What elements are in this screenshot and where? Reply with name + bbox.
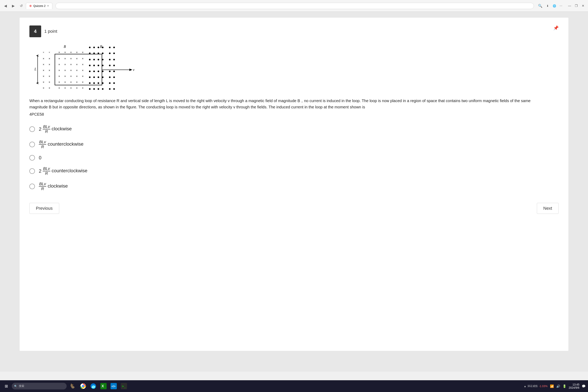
svg-text:×: × [58,51,60,54]
previous-button[interactable]: Previous [30,203,59,214]
coeff-a: 2 [39,126,41,132]
browser-tab[interactable]: ❋ Quizzes 2 ✕ [26,3,52,9]
download-button[interactable]: ⬇ [545,3,550,8]
back-button[interactable]: ◀ [2,3,8,9]
svg-text:v: v [133,68,134,72]
svg-text:×: × [64,86,66,90]
option-a[interactable]: 2 BLv R clockwise [30,124,558,134]
taskbar-search-box[interactable]: 🔍 搜索 [12,383,67,390]
svg-point-91 [93,88,95,90]
svg-text:×: × [76,63,78,66]
svg-point-71 [93,76,95,78]
taskbar-right: ▲ 深证成指 -1.03% 📶 🔊 🔋 13:45 2024/9/6 💬 [524,383,586,389]
svg-point-94 [109,88,110,90]
taskbar-terminal-app[interactable]: >_ [119,382,128,391]
svg-text:X: X [102,384,104,388]
denom-d: R [43,171,50,176]
taskbar-vscode-app[interactable]: </> [109,382,118,391]
minimize-button[interactable]: — [567,3,572,8]
magnetic-field-diagram: B B L × × × × × × × × × × [30,44,139,91]
terminal-icon: >_ [121,383,127,389]
option-a-text: 2 BLv R clockwise [39,124,72,134]
svg-point-62 [89,65,90,66]
denom-e: R [39,186,46,191]
svg-text:×: × [48,51,50,54]
battery-icon: 🔋 [562,384,566,388]
svg-point-54 [89,52,90,54]
numer-b: BLv [39,140,46,145]
svg-point-77 [102,82,104,84]
restore-button[interactable]: ❐ [574,3,579,8]
address-bar[interactable] [56,3,534,9]
option-c-text: 0 [39,155,41,160]
svg-point-74 [89,82,90,84]
option-e[interactable]: BLv R clockwise [30,182,558,191]
svg-text:×: × [70,75,72,78]
refresh-button[interactable]: ↺ [18,3,24,9]
question-header: 4 1 point [30,26,558,37]
svg-text:>_: >_ [122,384,126,388]
notification-icon[interactable]: 💬 [582,384,586,388]
svg-text:×: × [82,69,84,72]
svg-point-83 [113,65,115,66]
svg-text:×: × [43,63,44,66]
svg-point-101 [113,47,115,48]
forward-button[interactable]: ▶ [10,3,16,9]
svg-point-89 [113,82,115,84]
svg-point-81 [113,59,115,60]
svg-text:×: × [43,86,44,90]
taskbar-bird-app[interactable] [68,382,78,391]
svg-point-100 [109,47,110,48]
svg-text:B: B [100,45,102,48]
svg-marker-103 [129,68,132,71]
radio-d[interactable] [30,168,35,174]
direction-e: clockwise [48,183,68,188]
taskbar-edge-app[interactable] [88,382,98,391]
option-d-text: 2 BLv R counterclockwise [39,166,88,176]
radio-c[interactable] [30,155,35,160]
close-window-button[interactable]: ✕ [580,3,586,8]
direction-b: counterclockwise [48,141,84,146]
svg-text:×: × [58,69,60,72]
more-button[interactable]: ⋯ [558,3,564,8]
tab-close-button[interactable]: ✕ [47,4,49,7]
stock-change: -1.03% [539,384,548,388]
search-button[interactable]: 🔍 [537,3,543,9]
stock-info: ▲ 深证成指 -1.03% [524,384,548,388]
svg-point-59 [93,59,95,60]
svg-text:×: × [64,57,66,60]
start-button[interactable]: ⊞ [2,382,10,390]
taskbar-xbox-app[interactable]: X [99,382,108,391]
svg-text:×: × [76,80,78,84]
radio-a[interactable] [30,126,35,132]
next-button[interactable]: Next [537,203,558,214]
svg-text:×: × [58,57,60,60]
svg-point-61 [102,59,104,60]
frac-d: BLv R [43,166,50,176]
svg-point-82 [109,65,110,66]
option-c[interactable]: 0 [30,155,558,160]
svg-text:</>: </> [112,385,116,388]
svg-text:×: × [64,80,66,84]
radio-e[interactable] [30,184,35,189]
taskbar-chrome-app[interactable] [78,382,88,391]
option-b[interactable]: BLv R counterclockwise [30,140,558,149]
xbox-icon: X [100,383,106,389]
svg-point-78 [109,52,110,54]
svg-text:×: × [82,86,84,90]
taskbar-clock: 13:45 2024/9/6 [569,383,580,389]
globe-button[interactable]: 🌐 [552,3,557,8]
svg-point-55 [93,52,95,54]
vscode-icon: </> [110,383,117,389]
option-d[interactable]: 2 BLv R counterclockwise [30,166,558,176]
numer-a: BLv [43,124,50,129]
denom-b: R [39,145,46,149]
volume-icon: 🔊 [556,384,560,388]
svg-point-79 [113,52,115,54]
svg-text:×: × [76,86,78,90]
svg-point-84 [109,70,110,72]
pin-icon[interactable]: 📌 [553,26,558,30]
svg-text:×: × [64,69,66,72]
radio-b[interactable] [30,142,35,147]
chrome-icon [80,383,86,389]
